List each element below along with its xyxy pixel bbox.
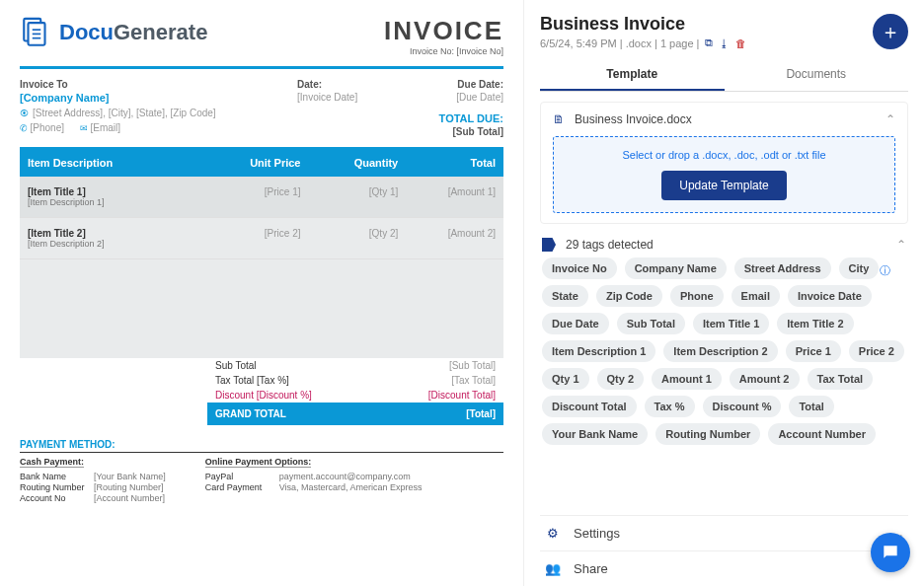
- tag-chip[interactable]: Routing Number: [655, 423, 760, 445]
- tag-chip[interactable]: Invoice No: [542, 257, 617, 279]
- chat-fab[interactable]: [871, 533, 910, 572]
- total-due-label: TOTAL DUE:: [439, 112, 503, 124]
- tag-chip[interactable]: Amount 1: [652, 368, 722, 390]
- update-template-button[interactable]: Update Template: [661, 171, 787, 200]
- paypal-key: PayPal: [205, 472, 279, 481]
- share-row[interactable]: 👥 Share: [540, 550, 908, 586]
- side-header: Business Invoice 6/5/24, 5:49 PM | .docx…: [540, 14, 908, 49]
- download-icon[interactable]: ⭳: [719, 37, 730, 49]
- bank-name-val: [Your Bank Name]: [94, 472, 166, 481]
- routing-val: [Routing Number]: [94, 482, 164, 492]
- account-val: [Account Number]: [94, 493, 165, 503]
- tax-label: Tax Total [Tax %]: [215, 375, 289, 386]
- tag-chip[interactable]: Company Name: [625, 257, 727, 279]
- gear-icon: ⚙: [544, 526, 562, 541]
- address: [Street Address], [City], [State], [Zip …: [33, 108, 216, 118]
- tag-chip[interactable]: Tax %: [645, 396, 695, 417]
- item-row: [Item Title 2] [Item Description 2] [Pri…: [20, 218, 503, 259]
- tag-chip[interactable]: Due Date: [542, 313, 609, 334]
- tag-chip[interactable]: Price 1: [786, 340, 841, 362]
- share-icon: 👥: [544, 561, 562, 576]
- tag-chip[interactable]: Discount %: [703, 396, 782, 417]
- item-qty: [Qty 2]: [301, 228, 399, 249]
- th-qty: Quantity: [301, 157, 399, 169]
- tags-section: 29 tags detected ⌃ ⓘ Invoice NoCompany N…: [540, 234, 908, 449]
- subtotal-value: [Sub Total]: [449, 360, 496, 371]
- card-val: Visa, Mastercard, American Express: [279, 482, 423, 492]
- invoice-number: Invoice No: [Invoice No]: [384, 46, 503, 56]
- side-panel: Business Invoice 6/5/24, 5:49 PM | .docx…: [523, 0, 924, 586]
- tag-chip[interactable]: Price 2: [849, 340, 904, 362]
- tag-chip[interactable]: Item Title 2: [777, 313, 853, 334]
- delete-icon[interactable]: 🗑: [735, 37, 746, 49]
- cash-col: Cash Payment: Bank Name[Your Bank Name] …: [20, 457, 166, 503]
- tags-accordion-head[interactable]: 29 tags detected ⌃: [540, 234, 908, 256]
- item-amount: [Amount 1]: [398, 186, 496, 207]
- tag-chip[interactable]: Qty 2: [597, 368, 645, 390]
- item-title: [Item Title 2]: [28, 228, 203, 239]
- tag-chip[interactable]: Discount Total: [542, 396, 637, 417]
- email: [Email]: [91, 122, 121, 133]
- invoice-title: INVOICE: [384, 16, 503, 46]
- tab-template[interactable]: Template: [540, 59, 725, 91]
- company-name: [Company Name]: [20, 92, 216, 104]
- tag-chip[interactable]: Invoice Date: [788, 285, 872, 307]
- item-price: [Price 1]: [203, 186, 301, 207]
- date-value: [Invoice Date]: [297, 92, 357, 103]
- settings-label: Settings: [574, 526, 883, 541]
- tag-chip[interactable]: Sub Total: [617, 313, 685, 334]
- tag-chip[interactable]: Item Title 1: [693, 313, 769, 334]
- tag-chip[interactable]: Zip Code: [596, 285, 662, 307]
- chevron-up-icon: ⌃: [896, 238, 906, 252]
- due-label: Due Date:: [439, 79, 503, 90]
- date-label: Date:: [297, 79, 357, 90]
- page-title: Business Invoice: [540, 14, 746, 35]
- tag-chip[interactable]: Item Description 1: [542, 340, 655, 362]
- routing-key: Routing Number: [20, 482, 94, 492]
- file-accordion: 🗎 Business Invoice.docx ⌃ Select or drop…: [540, 102, 908, 224]
- meta-line: 6/5/24, 5:49 PM | .docx | 1 page | ⧉ ⭳ 🗑: [540, 37, 746, 49]
- discount-value: [Discount Total]: [428, 390, 496, 401]
- tag-chip[interactable]: Amount 2: [730, 368, 800, 390]
- due-value: [Due Date]: [439, 92, 503, 103]
- totals-block: Sub Total[Sub Total] Tax Total [Tax %][T…: [20, 358, 503, 425]
- chat-icon: [881, 543, 900, 562]
- tag-chip[interactable]: Your Bank Name: [542, 423, 648, 445]
- payment-title: PAYMENT METHOD:: [20, 439, 503, 453]
- tag-chip[interactable]: Tax Total: [808, 368, 874, 390]
- grand-label: GRAND TOTAL: [215, 408, 286, 419]
- tag-chip[interactable]: State: [542, 285, 588, 307]
- online-title: Online Payment Options:: [205, 457, 312, 468]
- info-row: Invoice To [Company Name] ⦿[Street Addre…: [20, 79, 503, 137]
- th-price: Unit Price: [203, 157, 301, 169]
- phone-icon: ✆: [20, 123, 28, 133]
- tag-chip[interactable]: City: [839, 257, 880, 279]
- tab-documents[interactable]: Documents: [725, 59, 909, 91]
- invoice-to-label: Invoice To: [20, 79, 216, 90]
- items-header: Item Description Unit Price Quantity Tot…: [20, 147, 503, 177]
- tag-chip[interactable]: Account Number: [768, 423, 876, 445]
- tag-chip[interactable]: Item Description 2: [663, 340, 777, 362]
- grand-value: [Total]: [466, 408, 496, 419]
- card-key: Card Payment: [205, 482, 279, 492]
- date-col: Date: [Invoice Date]: [297, 79, 357, 137]
- brand-logo: DocuGenerate: [20, 16, 207, 49]
- settings-row[interactable]: ⚙ Settings ⌄: [540, 515, 908, 550]
- bill-to: Invoice To [Company Name] ⦿[Street Addre…: [20, 79, 216, 137]
- tag-chip[interactable]: Email: [732, 285, 780, 307]
- tag-chip[interactable]: Qty 1: [542, 368, 589, 390]
- bank-name-key: Bank Name: [20, 472, 94, 481]
- file-accordion-head[interactable]: 🗎 Business Invoice.docx ⌃: [553, 112, 895, 126]
- tag-chip[interactable]: Street Address: [734, 257, 831, 279]
- item-desc: [Item Description 2]: [28, 239, 203, 249]
- discount-label: Discount [Discount %]: [215, 390, 312, 401]
- copy-icon[interactable]: ⧉: [705, 37, 713, 49]
- dropzone-text: Select or drop a .docx, .doc, .odt or .t…: [566, 149, 883, 161]
- item-title: [Item Title 1]: [28, 186, 203, 197]
- dropzone[interactable]: Select or drop a .docx, .doc, .odt or .t…: [553, 136, 895, 213]
- tag-chip[interactable]: Phone: [670, 285, 724, 307]
- info-icon[interactable]: ⓘ: [880, 263, 890, 278]
- add-button[interactable]: ＋: [873, 14, 908, 49]
- tag-icon: [542, 238, 556, 252]
- tag-chip[interactable]: Total: [789, 396, 833, 417]
